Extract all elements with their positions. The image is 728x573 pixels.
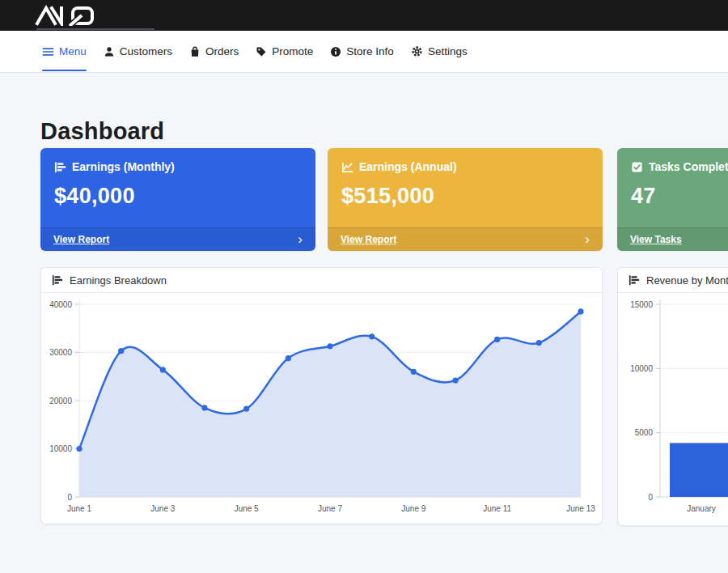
revenue-by-month-chart[interactable]: 050001000015000January bbox=[618, 293, 728, 526]
svg-text:June 11: June 11 bbox=[483, 504, 511, 513]
svg-text:15000: 15000 bbox=[630, 300, 653, 309]
earnings-breakdown-card: Earnings Breakdown 010000200003000040000… bbox=[40, 267, 603, 524]
view-tasks-label: View Tasks bbox=[630, 234, 682, 245]
nav-item-label: Promote bbox=[272, 45, 313, 57]
svg-text:January: January bbox=[687, 504, 716, 513]
nav-item-label: Customers bbox=[120, 45, 172, 57]
svg-text:20000: 20000 bbox=[49, 397, 72, 405]
stat-card-label: Tasks Completed bbox=[649, 160, 728, 173]
stat-card-value: $515,000 bbox=[341, 184, 589, 209]
svg-text:June 9: June 9 bbox=[401, 504, 425, 513]
person-icon bbox=[104, 46, 115, 57]
page-title: Dashboard bbox=[40, 118, 164, 145]
stat-card-header: Earnings (Monthly) bbox=[54, 160, 302, 173]
view-report-link[interactable]: View Report › bbox=[328, 227, 603, 251]
view-report-link[interactable]: View Report › bbox=[40, 227, 315, 251]
chart-title: Revenue by Month bbox=[646, 274, 728, 286]
svg-text:June 5: June 5 bbox=[235, 504, 259, 513]
gear-icon bbox=[411, 45, 423, 57]
revenue-by-month-card: Revenue by Month 050001000015000January bbox=[617, 267, 728, 526]
line-chart-icon bbox=[341, 161, 353, 173]
svg-text:0: 0 bbox=[648, 493, 653, 502]
nav-item-menu[interactable]: Menu bbox=[42, 31, 87, 73]
nav-item-orders[interactable]: Orders bbox=[189, 31, 239, 73]
chevron-right-icon: › bbox=[585, 232, 590, 246]
stat-card-earnings-monthly: Earnings (Monthly) $40,000 View Report › bbox=[40, 148, 315, 251]
chart-card-header: Revenue by Month bbox=[618, 268, 728, 293]
svg-text:30000: 30000 bbox=[49, 348, 72, 357]
nav-item-label: Orders bbox=[205, 45, 239, 57]
nav-item-label: Store Info bbox=[346, 45, 394, 57]
stat-card-tasks-completed: Tasks Completed 47 View Tasks › bbox=[617, 148, 728, 251]
tag-icon bbox=[256, 46, 267, 57]
chart-card-header: Earnings Breakdown bbox=[41, 268, 602, 293]
topbar bbox=[0, 0, 728, 31]
svg-text:June 7: June 7 bbox=[318, 504, 342, 513]
earnings-breakdown-chart[interactable]: 010000200003000040000June 1June 3June 5J… bbox=[41, 293, 602, 524]
stat-card-earnings-annual: Earnings (Annual) $515,000 View Report › bbox=[328, 148, 603, 251]
view-tasks-link[interactable]: View Tasks › bbox=[617, 227, 728, 251]
brand-logo[interactable] bbox=[34, 5, 108, 29]
view-report-label: View Report bbox=[53, 234, 109, 245]
main-nav: Menu Customers Orders Promote bbox=[0, 31, 728, 73]
svg-text:10000: 10000 bbox=[49, 444, 72, 453]
stat-card-label: Earnings (Monthly) bbox=[72, 160, 175, 173]
check-square-icon bbox=[631, 161, 643, 173]
horizontal-bars-chart-icon bbox=[54, 161, 66, 173]
stat-card-header: Earnings (Annual) bbox=[341, 160, 589, 173]
nav-item-label: Menu bbox=[59, 45, 87, 57]
svg-text:0: 0 bbox=[67, 493, 72, 502]
brand-logo-mark bbox=[34, 5, 108, 26]
hamburger-icon bbox=[42, 46, 54, 57]
horizontal-bars-chart-icon bbox=[52, 274, 63, 286]
nav-item-store-info[interactable]: Store Info bbox=[330, 31, 394, 73]
svg-text:40000: 40000 bbox=[49, 300, 72, 309]
active-tab-underline bbox=[42, 70, 87, 71]
chevron-right-icon: › bbox=[298, 232, 303, 246]
stat-card-value: 47 bbox=[631, 184, 728, 209]
stat-card-header: Tasks Completed bbox=[631, 160, 728, 173]
stat-card-label: Earnings (Annual) bbox=[359, 160, 457, 173]
nav-item-promote[interactable]: Promote bbox=[256, 31, 313, 73]
chart-title: Earnings Breakdown bbox=[70, 274, 167, 286]
svg-text:5000: 5000 bbox=[635, 428, 654, 437]
dashboard-screen: Menu Customers Orders Promote bbox=[0, 0, 728, 573]
horizontal-bars-chart-icon bbox=[629, 274, 640, 286]
svg-text:June 13: June 13 bbox=[566, 504, 595, 513]
view-report-label: View Report bbox=[341, 234, 396, 245]
shopping-bag-icon bbox=[189, 46, 201, 57]
svg-text:June 1: June 1 bbox=[67, 504, 91, 513]
svg-text:June 3: June 3 bbox=[150, 504, 175, 513]
svg-text:10000: 10000 bbox=[630, 364, 653, 373]
nav-item-customers[interactable]: Customers bbox=[104, 31, 172, 73]
nav-item-settings[interactable]: Settings bbox=[411, 31, 468, 73]
info-circle-icon bbox=[330, 46, 341, 57]
stat-card-value: $40,000 bbox=[54, 184, 302, 209]
nav-item-label: Settings bbox=[428, 45, 468, 57]
